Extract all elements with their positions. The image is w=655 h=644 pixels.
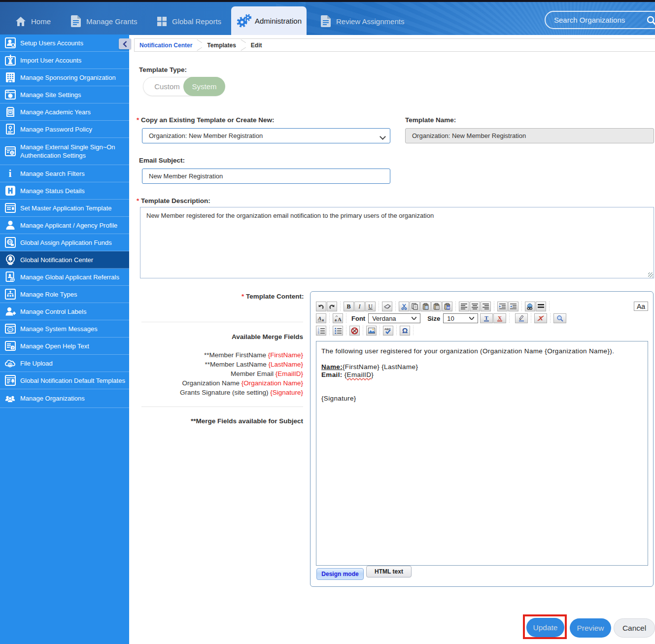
- svg-text:A: A: [338, 316, 342, 322]
- svg-text:3: 3: [318, 332, 319, 334]
- svg-text:a: a: [335, 318, 337, 322]
- svg-text:a: a: [322, 318, 324, 322]
- svg-text:?: ?: [11, 346, 14, 350]
- svg-text:A: A: [317, 315, 321, 321]
- svg-text:T: T: [485, 315, 489, 321]
- svg-text:W: W: [447, 306, 450, 309]
- svg-text:X: X: [498, 315, 502, 321]
